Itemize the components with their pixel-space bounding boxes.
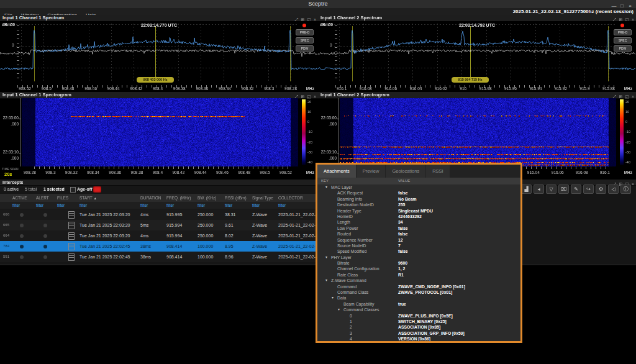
intercept-row[interactable]: 664Tue Jan 21 2025 22:03:204ms915.994250… <box>0 230 322 241</box>
filter-link[interactable]: filter <box>165 202 196 209</box>
tab-preview[interactable]: Preview <box>357 165 386 178</box>
ageoff-checkbox[interactable] <box>70 187 76 193</box>
record-indicator[interactable] <box>620 24 624 27</box>
file-icon[interactable] <box>68 243 75 250</box>
tree-row[interactable]: CommandZWAVE_CMD_NODE_INFO [0x01] <box>317 284 520 289</box>
tree-row[interactable]: Destination NodeID255 <box>317 202 520 207</box>
file-icon[interactable] <box>68 211 75 219</box>
waterfall-plot[interactable] <box>22 98 298 166</box>
tree-row[interactable]: Command ClassZWAVE_PROTOCOL [0x01] <box>317 289 520 295</box>
tree-row[interactable]: 4VERSION [0x86] <box>317 336 520 341</box>
edit-icon[interactable]: ✎ <box>571 184 581 194</box>
tree-row[interactable]: ▾Command Classes <box>317 307 520 312</box>
intercept-row[interactable]: 591Tue Jan 21 2025 22:02:4538ms908.41410… <box>0 252 322 262</box>
send-icon[interactable]: ◁ <box>608 184 619 194</box>
column-header-bw-khz-[interactable]: BW. (KHz) <box>196 194 224 202</box>
tab-rssi[interactable]: RSSI <box>426 165 450 178</box>
files-cell[interactable] <box>56 230 78 241</box>
close-icon[interactable]: × <box>314 94 316 100</box>
tree-row[interactable]: 1SWITCH_BINARY [0x25] <box>317 319 520 324</box>
tree-row[interactable]: Length34 <box>317 219 520 225</box>
filter-link[interactable]: filter <box>251 202 277 209</box>
expander-icon[interactable]: ▾ <box>325 255 327 260</box>
tree-row[interactable]: 3ASSOCIATION_GRP_INFO [0x59] <box>317 330 520 336</box>
expander-icon[interactable]: ▾ <box>325 278 327 283</box>
tree-row[interactable]: Beaming InfoNo Beam <box>317 196 520 202</box>
share-icon[interactable]: ↪ <box>583 184 594 194</box>
filter-link[interactable]: filter <box>139 202 165 209</box>
tab-geolocations[interactable]: Geolocations <box>386 165 425 178</box>
files-cell[interactable] <box>56 220 78 230</box>
intercept-row[interactable]: 666Tue Jan 21 2025 22:03:204ms915.995250… <box>0 209 322 220</box>
expander-icon[interactable]: ▾ <box>325 184 327 190</box>
tree-row[interactable]: 0ZWAVE_PLUS_INFO [0x5E] <box>317 313 520 319</box>
filter-link[interactable]: filter <box>56 202 78 209</box>
tree-row[interactable]: Sequence Number12 <box>317 237 520 243</box>
tree-row[interactable]: Beam Capabilitytrue <box>317 301 520 307</box>
tree-row[interactable]: Speed Modifiedfalse <box>317 248 520 254</box>
tab-attachments[interactable]: Attachments <box>317 165 356 178</box>
tree-row[interactable]: ACK Requestfalse <box>317 190 520 196</box>
filter-link[interactable]: filter <box>196 202 224 209</box>
filter-link[interactable]: filter <box>35 202 56 209</box>
tree-row[interactable]: Channel Configuration1, 2 <box>317 266 520 271</box>
tree-row[interactable]: ▾Data <box>317 295 520 301</box>
window-titlebar[interactable]: Sceptre —□× <box>0 0 636 9</box>
tree-row[interactable]: Routedfalse <box>317 231 520 237</box>
filter-icon[interactable]: ▽ <box>546 184 556 194</box>
float-icon[interactable]: ◱ <box>625 94 629 100</box>
record-indicator[interactable] <box>302 24 306 27</box>
close-icon[interactable]: × <box>632 181 634 187</box>
info-icon[interactable]: ⓘ <box>620 184 631 194</box>
file-icon[interactable] <box>68 232 75 240</box>
column-header-signal-type[interactable]: Signal Type <box>251 194 277 202</box>
waterfall-plot[interactable] <box>340 98 616 166</box>
tree-row[interactable]: Source NodeID7 <box>317 243 520 248</box>
timespan-value[interactable]: 20s <box>4 171 12 177</box>
file-icon[interactable] <box>68 253 75 261</box>
intercept-row[interactable]: 784Tue Jan 21 2025 22:02:4538ms908.41410… <box>0 241 322 252</box>
spec-button[interactable]: SPEC <box>614 37 632 43</box>
column-header-files[interactable]: FILES <box>56 194 78 202</box>
record-button[interactable] <box>93 186 101 193</box>
column-header-alert[interactable]: ALERT <box>35 194 56 202</box>
column-header-rssi-dbm-[interactable]: RSSI (dBm) <box>224 194 251 202</box>
tree-row[interactable]: ▾Z-Wave Command <box>317 278 520 283</box>
filter-link[interactable]: filter <box>11 202 35 209</box>
expander-icon[interactable]: ▾ <box>338 307 340 312</box>
close-icon[interactable]: × <box>632 94 634 100</box>
intercept-row[interactable]: 665Tue Jan 21 2025 22:03:205ms915.994250… <box>0 220 322 230</box>
tree-row[interactable]: Bitrate9600 <box>317 260 520 266</box>
histogram-icon[interactable]: ▟ <box>521 184 532 194</box>
float-icon[interactable]: ◱ <box>307 94 311 100</box>
settings-icon[interactable]: ⚙ <box>596 184 606 194</box>
column-header-active[interactable]: ACTIVE <box>11 194 35 202</box>
expander-icon[interactable]: ▾ <box>332 295 334 301</box>
tree-row[interactable]: HomeID4244633292 <box>317 214 520 219</box>
pdw-button[interactable]: PDW <box>296 45 314 52</box>
spec-button[interactable]: SPEC <box>296 37 314 43</box>
frequency-marker-label[interactable]: 915 994 715 Hz <box>452 77 489 83</box>
column-header-duration[interactable]: DURATION <box>139 194 165 202</box>
tree-row[interactable]: Low Powerfalse <box>317 225 520 231</box>
pdw-button[interactable]: PDW <box>614 45 632 52</box>
column-header-start[interactable]: START▲ <box>78 194 139 202</box>
tree-row[interactable]: ▾MAC Layer <box>317 184 520 190</box>
tree-row[interactable]: Rate ClassR1 <box>317 272 520 278</box>
pre-d-button[interactable]: PRE-D <box>296 29 314 35</box>
files-cell[interactable] <box>56 252 78 262</box>
tree-row[interactable]: ▾PHY Layer <box>317 255 520 260</box>
spectrum-plot[interactable] <box>318 21 636 85</box>
speaker-icon[interactable]: ◂ <box>534 184 544 194</box>
files-cell[interactable] <box>56 241 78 252</box>
file-icon[interactable] <box>68 222 75 229</box>
column-header-freq-mhz-[interactable]: FREQ. (MHz) <box>165 194 196 202</box>
tree-row[interactable]: Header TypeSinglecast MPDU <box>317 208 520 214</box>
frequency-marker-label[interactable]: 908 403 000 Hz <box>137 77 174 83</box>
pre-d-button[interactable]: PRE-D <box>614 29 632 35</box>
trash-icon[interactable]: ⌧ <box>558 184 569 194</box>
filter-link[interactable]: filter <box>224 202 251 209</box>
files-cell[interactable] <box>56 209 78 220</box>
spectrum-plot[interactable] <box>0 21 318 85</box>
filter-link[interactable]: filter <box>78 202 139 209</box>
